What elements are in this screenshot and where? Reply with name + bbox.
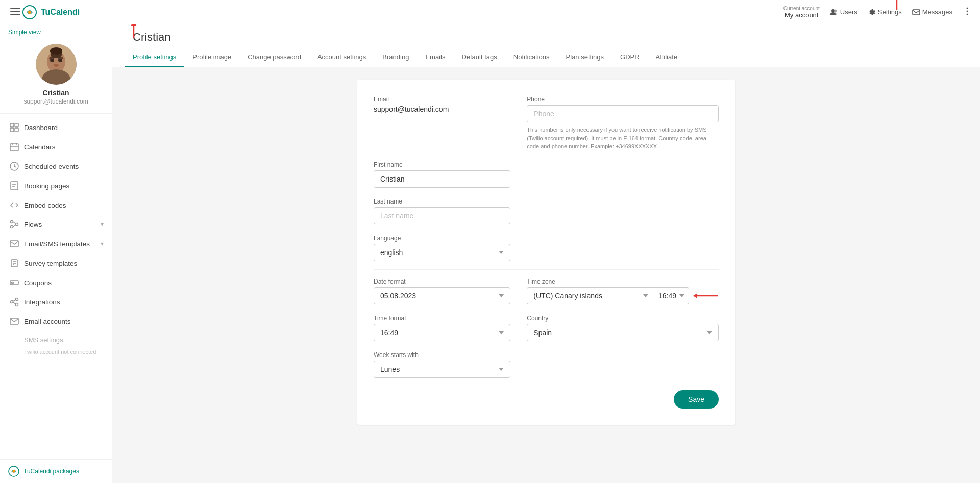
simple-view-toggle[interactable]: Simple view	[0, 24, 112, 38]
app-logo[interactable]: TuCalendi	[22, 5, 80, 19]
tab-change-password[interactable]: Change password	[239, 48, 309, 67]
svg-point-51	[16, 303, 18, 306]
profile-settings-arrow-icon	[129, 24, 139, 39]
week-starts-row: Week starts with Lunes Domingo Monday	[374, 351, 719, 378]
main-layout: Simple view	[0, 24, 980, 483]
svg-line-40	[13, 222, 16, 224]
sidebar-item-integrations[interactable]: Integrations	[0, 292, 112, 312]
language-label: Language	[374, 235, 510, 242]
svg-point-5	[831, 9, 835, 12]
svg-marker-60	[693, 293, 697, 298]
country-select[interactable]: Spain France Germany	[527, 324, 719, 341]
hamburger-button[interactable]	[8, 4, 22, 20]
tab-plan-settings[interactable]: Plan settings	[558, 48, 612, 67]
phone-input[interactable]	[527, 105, 719, 122]
sidebar-item-flows[interactable]: Flows ▾	[0, 215, 112, 234]
first-name-label: First name	[374, 161, 510, 168]
tab-account-settings[interactable]: Account settings	[309, 48, 374, 67]
date-format-select[interactable]: 05.08.2023 08/05/2023 2023-08-05	[374, 287, 510, 304]
svg-line-33	[14, 166, 16, 167]
svg-point-49	[11, 301, 13, 303]
svg-point-10	[967, 8, 968, 9]
svg-point-56	[13, 470, 15, 473]
svg-rect-2	[10, 14, 20, 15]
week-starts-select[interactable]: Lunes Domingo Monday	[374, 361, 510, 378]
svg-line-41	[13, 225, 16, 227]
nav-label-email-accounts: Email accounts	[24, 318, 104, 325]
timezone-time-display[interactable]: 16:49	[654, 287, 689, 304]
date-format-label: Date format	[374, 278, 510, 285]
svg-point-38	[16, 223, 18, 226]
more-options-button[interactable]	[963, 7, 972, 17]
sidebar-username: Cristian	[42, 89, 69, 97]
time-format-field-group: Time format 16:49 04:49 PM	[374, 315, 510, 341]
sidebar: Simple view	[0, 24, 112, 483]
svg-rect-54	[10, 318, 18, 324]
nav-label-coupons: Coupons	[24, 279, 104, 287]
profile-settings-form: Email support@tucalendi.com Phone This n…	[357, 80, 735, 425]
sidebar-item-calendars[interactable]: Calendars	[0, 137, 112, 157]
email-label: Email	[374, 96, 510, 103]
content-body: Email support@tucalendi.com Phone This n…	[112, 67, 980, 437]
week-starts-field-group: Week starts with Lunes Domingo Monday	[374, 351, 510, 378]
svg-point-6	[834, 9, 837, 12]
tab-profile-settings[interactable]: Profile settings	[125, 48, 184, 67]
sidebar-item-dashboard[interactable]: Dashboard	[0, 118, 112, 137]
time-format-label: Time format	[374, 315, 510, 322]
content-header: Cristian Profile settings Profile image …	[112, 24, 980, 67]
sidebar-item-sms-settings[interactable]: SMS settings Twilio account not connecte…	[0, 331, 112, 360]
time-country-row: Time format 16:49 04:49 PM Country Spain…	[374, 315, 719, 341]
last-name-input[interactable]	[374, 207, 510, 224]
sidebar-footer[interactable]: TuCalendi packages	[0, 459, 112, 483]
time-format-select[interactable]: 16:49 04:49 PM	[374, 324, 510, 341]
save-button[interactable]: Save	[674, 390, 719, 409]
messages-label: Messages	[922, 8, 952, 16]
phone-spacer	[527, 161, 719, 188]
users-item[interactable]: Users	[830, 8, 857, 16]
tab-branding[interactable]: Branding	[374, 48, 417, 67]
svg-point-37	[11, 221, 13, 223]
country-label: Country	[527, 315, 719, 322]
svg-rect-9	[913, 10, 920, 15]
first-name-input[interactable]	[374, 170, 510, 188]
tab-affiliate[interactable]: Affiliate	[648, 48, 685, 67]
phone-field-group: Phone This number is only necessary if y…	[527, 96, 719, 151]
users-label: Users	[840, 8, 857, 16]
nav-label-scheduled-events: Scheduled events	[24, 163, 104, 170]
svg-point-11	[967, 11, 968, 12]
nav-label-calendars: Calendars	[24, 143, 104, 151]
tab-profile-image[interactable]: Profile image	[184, 48, 239, 67]
language-select[interactable]: english spanish french	[374, 244, 510, 261]
settings-item[interactable]: Settings	[868, 8, 902, 16]
nav-label-survey-templates: Survey templates	[24, 260, 104, 267]
last-name-field-group: Last name	[374, 198, 510, 224]
tab-default-tags[interactable]: Default tags	[453, 48, 505, 67]
email-phone-row: Email support@tucalendi.com Phone This n…	[374, 96, 719, 151]
current-account-item[interactable]: Current account My account	[783, 6, 820, 19]
sidebar-item-email-sms-templates[interactable]: Email/SMS templates ▾	[0, 234, 112, 253]
timezone-select[interactable]: (UTC) Canary islands UTC UTC+1	[527, 287, 654, 304]
tab-gdpr[interactable]: GDPR	[612, 48, 648, 67]
email-field-group: Email support@tucalendi.com	[374, 96, 510, 151]
svg-line-52	[13, 300, 16, 301]
tab-emails[interactable]: Emails	[417, 48, 453, 67]
nav-label-email-sms-templates: Email/SMS templates	[24, 240, 95, 248]
lang-spacer	[527, 235, 719, 261]
current-account-label: Current account	[783, 6, 820, 11]
last-name-label: Last name	[374, 198, 510, 205]
country-field-group: Country Spain France Germany	[527, 315, 719, 341]
email-sms-expand-arrow: ▾	[101, 240, 104, 247]
sidebar-item-booking-pages[interactable]: Booking pages	[0, 176, 112, 195]
sidebar-item-coupons[interactable]: Coupons	[0, 273, 112, 292]
sidebar-item-embed-codes[interactable]: Embed codes	[0, 195, 112, 215]
sidebar-item-scheduled-events[interactable]: Scheduled events	[0, 157, 112, 176]
avatar	[36, 44, 77, 85]
svg-point-4	[28, 11, 31, 14]
sidebar-item-email-accounts[interactable]: Email accounts	[0, 312, 112, 331]
sms-settings-sub: Twilio account not connected	[24, 349, 96, 355]
date-format-field-group: Date format 05.08.2023 08/05/2023 2023-0…	[374, 278, 510, 304]
sidebar-profile: Cristian support@tucalendi.com	[0, 38, 112, 114]
tab-notifications[interactable]: Notifications	[505, 48, 558, 67]
messages-item[interactable]: Messages	[912, 8, 952, 16]
sidebar-item-survey-templates[interactable]: Survey templates	[0, 253, 112, 273]
